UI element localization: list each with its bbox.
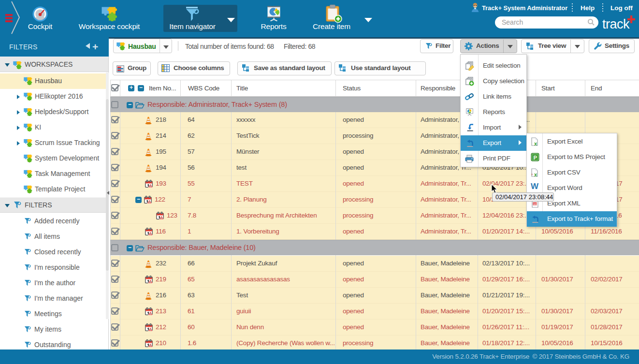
svg-text:</>: </> xyxy=(533,203,537,205)
svg-text:P: P xyxy=(534,155,537,160)
svg-text:,: , xyxy=(532,171,533,175)
